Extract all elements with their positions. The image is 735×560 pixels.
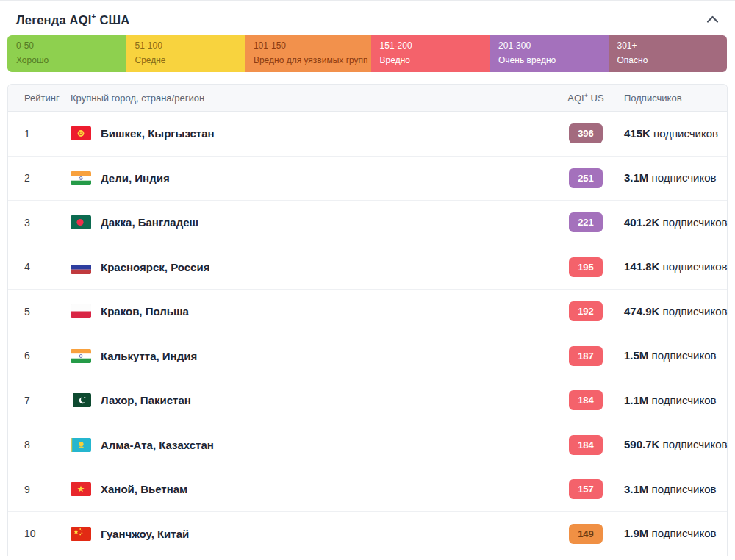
table-row[interactable]: 3Дакка, Бангладеш221401.2K подписчиков: [8, 201, 727, 245]
legend-segment-51-100: 51-100Средне: [126, 35, 244, 72]
city-name[interactable]: Лахор, Пакистан: [101, 394, 191, 406]
rank-number: 7: [24, 395, 30, 406]
rank-cell: 4: [8, 260, 71, 273]
city-cell[interactable]: Краков, Польша: [71, 304, 549, 318]
followers-count: 141.8K подписчиков: [624, 260, 728, 273]
rank-number: 8: [24, 439, 30, 450]
followers-count: 590.7K подписчиков: [624, 438, 728, 450]
legend-range: 151-200: [380, 40, 487, 51]
rank-cell: 5: [8, 305, 71, 318]
rank-number: 4: [24, 261, 30, 273]
legend-range: 0-50: [16, 40, 123, 51]
city-cell[interactable]: Алма-Ата, Казахстан: [71, 438, 549, 452]
legend-segment-101-150: 101-150Вредно для уязвимых групп: [245, 35, 371, 72]
city-cell[interactable]: Калькутта, Индия: [71, 349, 549, 363]
followers-cell: 1.1M подписчиков: [623, 394, 727, 407]
followers-count: 3.1M подписчиков: [624, 483, 716, 495]
legend-range: 101-150: [254, 40, 368, 51]
city-cell[interactable]: Лахор, Пакистан: [71, 393, 549, 407]
table-row[interactable]: 10Гуанчжоу, Китай1491.9M подписчиков: [8, 512, 727, 557]
rank-number: 3: [24, 217, 30, 229]
rank-cell: 6: [8, 349, 71, 362]
table-header-row: Рейтинг Крупный город, страна/регион AQI…: [8, 85, 727, 112]
rank-cell: 9: [8, 483, 71, 496]
city-cell[interactable]: Гуанчжоу, Китай: [71, 527, 549, 541]
flag-poland-icon: [71, 304, 91, 318]
flag-kyrgyzstan-icon: [71, 126, 91, 140]
header-city: Крупный город, страна/регион: [71, 93, 549, 104]
header-aqi: AQI+ US: [549, 92, 623, 104]
table-row[interactable]: 8Алма-Ата, Казахстан184590.7K подписчико…: [8, 423, 727, 468]
rank-cell: 3: [8, 216, 71, 229]
header-rank: Рейтинг: [8, 93, 71, 104]
legend-collapse-button[interactable]: [702, 12, 723, 26]
legend-label: Хорошо: [16, 55, 123, 65]
flag-vietnam-icon: [71, 482, 91, 496]
city-name[interactable]: Дакка, Бангладеш: [101, 216, 198, 229]
flag-pakistan-icon: [71, 393, 91, 407]
aqi-cell: 187: [549, 346, 623, 366]
followers-cell: 3.1M подписчиков: [623, 171, 727, 184]
table-body: 1Бишкек, Кыргызстан396415K подписчиков2Д…: [8, 112, 727, 556]
rank-cell: 1: [8, 127, 71, 140]
legend-segment-0-50: 0-50Хорошо: [7, 35, 126, 72]
flag-india-icon: [71, 349, 91, 363]
followers-count: 3.1M подписчиков: [624, 171, 716, 184]
aqi-cell: 396: [549, 123, 623, 143]
followers-count: 415K подписчиков: [624, 127, 718, 140]
city-name[interactable]: Краков, Польша: [101, 305, 189, 317]
table-row[interactable]: 7Лахор, Пакистан1841.1M подписчиков: [8, 378, 727, 423]
legend-label: Очень вредно: [498, 55, 605, 65]
rank-cell: 10: [8, 527, 71, 540]
table-row[interactable]: 6Калькутта, Индия1871.5M подписчиков: [8, 334, 727, 379]
table-row[interactable]: 2Дели, Индия2513.1M подписчиков: [8, 157, 727, 201]
followers-cell: 1.5M подписчиков: [623, 349, 727, 362]
city-cell[interactable]: Бишкек, Кыргызстан: [71, 126, 549, 140]
flag-china-icon: [71, 527, 91, 541]
chevron-up-icon: [706, 15, 719, 24]
table-row[interactable]: 9Ханой, Вьетнам1573.1M подписчиков: [8, 467, 727, 512]
city-cell[interactable]: Ханой, Вьетнам: [71, 482, 549, 496]
city-name[interactable]: Бишкек, Кыргызстан: [101, 127, 215, 140]
legend-header: Легенда AQI+ США: [0, 1, 735, 35]
aqi-badge: 184: [569, 435, 603, 455]
aqi-cell: 184: [549, 435, 623, 455]
table-row[interactable]: 4Красноярск, Россия195141.8K подписчиков: [8, 245, 727, 290]
city-name[interactable]: Гуанчжоу, Китай: [101, 528, 189, 540]
city-name[interactable]: Калькутта, Индия: [101, 350, 197, 362]
aqi-cell: 149: [549, 524, 623, 544]
legend-range: 51-100: [135, 40, 241, 51]
table-row[interactable]: 1Бишкек, Кыргызстан396415K подписчиков: [8, 112, 727, 157]
legend-segment-151-200: 151-200Вредно: [371, 35, 490, 72]
aqi-legend-bar: 0-50Хорошо51-100Средне101-150Вредно для …: [7, 35, 727, 72]
followers-count: 1.5M подписчиков: [624, 349, 716, 362]
aqi-cell: 192: [549, 301, 623, 321]
table-row[interactable]: 5Краков, Польша192474.9K подписчиков: [8, 290, 727, 334]
aqi-badge: 221: [569, 212, 603, 232]
rank-number: 2: [24, 172, 30, 184]
city-name[interactable]: Красноярск, Россия: [101, 261, 209, 273]
followers-cell: 1.9M подписчиков: [623, 527, 727, 540]
aqi-badge: 157: [569, 479, 603, 499]
followers-cell: 401.2K подписчиков: [623, 216, 727, 229]
aqi-cell: 251: [549, 168, 623, 188]
followers-count: 1.1M подписчиков: [624, 394, 716, 406]
city-name[interactable]: Алма-Ата, Казахстан: [101, 439, 214, 451]
aqi-badge: 149: [569, 524, 603, 544]
city-cell[interactable]: Дакка, Бангладеш: [71, 215, 549, 229]
city-name[interactable]: Ханой, Вьетнам: [101, 483, 187, 495]
city-cell[interactable]: Красноярск, Россия: [71, 260, 549, 274]
rank-number: 1: [24, 128, 30, 140]
followers-cell: 474.9K подписчиков: [623, 305, 727, 318]
rank-number: 9: [24, 484, 30, 495]
aqi-cell: 184: [549, 390, 623, 410]
legend-segment-201-300: 201-300Очень вредно: [490, 35, 608, 72]
flag-india-icon: [71, 171, 91, 185]
aqi-cell: 157: [549, 479, 623, 499]
city-name[interactable]: Дели, Индия: [101, 172, 170, 184]
rank-cell: 2: [8, 171, 71, 184]
city-cell[interactable]: Дели, Индия: [71, 171, 549, 185]
legend-label: Опасно: [617, 55, 724, 65]
followers-cell: 590.7K подписчиков: [623, 438, 727, 451]
followers-count: 474.9K подписчиков: [624, 305, 728, 317]
